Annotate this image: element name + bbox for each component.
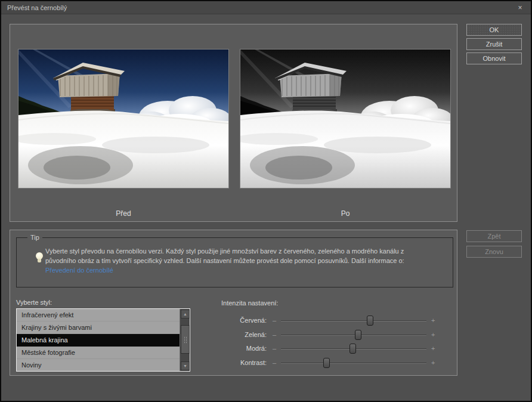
scrollbar-grip (184, 336, 188, 344)
dialog-title: Převést na černobílý (7, 4, 67, 11)
red-slider-track[interactable] (281, 320, 426, 321)
convert-to-bw-dialog: Převést na černobílý × (0, 0, 532, 402)
tip-line1: Vyberte styl převodu na černobílou verzi… (45, 248, 404, 255)
scroll-down-icon[interactable]: ▼ (181, 361, 190, 370)
blue-slider-track[interactable] (281, 348, 426, 350)
scrollbar-thumb[interactable] (181, 325, 190, 354)
settings-panel: Tip Vyberte styl převodu na černobílou v… (10, 230, 457, 376)
red-slider-row: Červená: – + (221, 315, 436, 327)
contrast-slider-thumb[interactable] (323, 358, 330, 368)
contrast-slider-row: Kontrast: – + (221, 357, 436, 369)
after-photo-scene (240, 50, 450, 188)
before-label: Před (18, 209, 229, 218)
after-label: Po (240, 209, 451, 218)
bw-conversion-link[interactable]: Převedení do černobílé (45, 267, 113, 274)
minus-icon[interactable]: – (273, 317, 276, 324)
green-slider-row: Zelená: – + (221, 329, 436, 341)
style-listbox: Infračervený efekt Krajiny s živými barv… (16, 308, 190, 372)
plus-icon[interactable]: + (431, 345, 435, 352)
tip-groupbox: Tip Vyberte styl převodu na černobílou v… (16, 237, 453, 287)
lightbulb-icon (36, 252, 43, 264)
undo-button[interactable]: Zpět (466, 230, 522, 242)
tip-line2: původního obráz a tím vytvoří specifický… (45, 257, 404, 264)
minus-icon[interactable]: – (273, 359, 276, 366)
style-item-urban-photos[interactable]: Městské fotografie (17, 347, 180, 359)
style-item-vivid-landscapes[interactable]: Krajiny s živými barvami (17, 321, 180, 334)
redo-button[interactable]: Znovu (466, 246, 522, 258)
blue-slider-row: Modrá: – + (221, 343, 436, 355)
green-slider-track[interactable] (281, 335, 426, 336)
before-image (18, 49, 229, 188)
green-slider-label: Zelená: (221, 331, 267, 338)
listbox-scrollbar[interactable]: ▲ ▼ (180, 309, 190, 371)
reset-button[interactable]: Obnovit (466, 52, 522, 64)
tip-legend: Tip (27, 234, 42, 241)
contrast-slider-track[interactable] (281, 363, 426, 364)
plus-icon[interactable]: + (431, 331, 435, 338)
tip-text: Vyberte styl převodu na černobílou verzi… (45, 246, 445, 275)
title-bar[interactable]: Převést na černobílý × (1, 1, 531, 14)
select-style-label: Vyberte styl: (16, 299, 52, 306)
ok-button[interactable]: OK (466, 24, 522, 36)
adjustment-intensity-label: Intenzita nastavení: (221, 299, 278, 307)
before-photo-scene (18, 50, 228, 188)
cancel-button[interactable]: Zrušit (466, 38, 522, 50)
blue-slider-thumb[interactable] (349, 344, 356, 354)
plus-icon[interactable]: + (431, 359, 435, 366)
preview-panel: Před Po (10, 24, 457, 222)
red-slider-label: Červená: (221, 317, 267, 324)
style-item-newspaper[interactable]: Noviny (17, 359, 180, 372)
minus-icon[interactable]: – (273, 331, 276, 338)
after-image (240, 49, 451, 188)
contrast-slider-label: Kontrast: (221, 359, 267, 366)
style-item-scenic-landscape[interactable]: Malebná krajina (17, 334, 180, 347)
style-item-infrared[interactable]: Infračervený efekt (17, 309, 180, 321)
scroll-up-icon[interactable]: ▲ (181, 310, 190, 318)
blue-slider-label: Modrá: (221, 345, 267, 352)
red-slider-thumb[interactable] (367, 316, 373, 326)
minus-icon[interactable]: – (273, 345, 276, 352)
green-slider-thumb[interactable] (355, 330, 361, 340)
close-icon[interactable]: × (515, 4, 525, 12)
plus-icon[interactable]: + (431, 317, 435, 324)
